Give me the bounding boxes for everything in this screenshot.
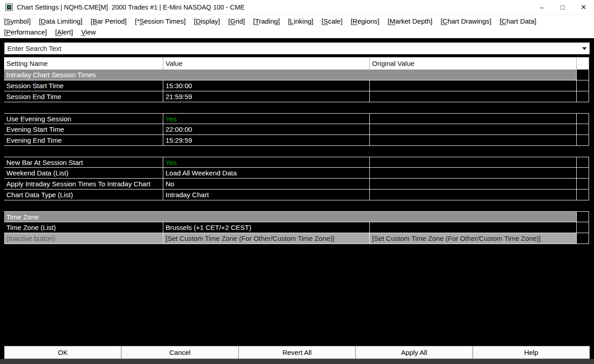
- settings-table: Setting Name Value Original Value Intrad…: [4, 57, 589, 244]
- column-header-value: Value: [163, 57, 370, 70]
- help-button[interactable]: Help: [473, 346, 589, 359]
- original-value-cell: [370, 135, 577, 146]
- window-controls: – □ ✕: [531, 0, 594, 14]
- menu-item-grid[interactable]: [Grid]: [228, 17, 245, 25]
- apply-all-button[interactable]: Apply All: [356, 346, 473, 359]
- original-value-cell: [370, 124, 577, 135]
- row-end-cell: [577, 80, 589, 91]
- setting-name-cell: Session Start Time: [4, 80, 163, 91]
- section-title: Intraday Chart Session Times: [4, 70, 577, 80]
- menu-row-1: [Symbol] [Data Limiting] [Bar Period] [*…: [0, 15, 594, 26]
- setting-value-cell[interactable]: 22:00:00: [163, 124, 370, 135]
- inactive-button-row-set-custom-time-zone: (Inactive button) [Set Custom Time Zone …: [4, 233, 589, 244]
- column-header-setting-name: Setting Name: [4, 57, 163, 70]
- setting-row-apply-intraday-session-times[interactable]: Apply Intraday Session Times To Intraday…: [4, 179, 589, 189]
- window-title: Chart Settings | NQH5.CME[M] 2000 Trades…: [17, 4, 245, 11]
- menu-item-alert[interactable]: [Alert]: [55, 28, 73, 36]
- setting-row-session-start-time[interactable]: Session Start Time 15:30:00: [4, 80, 589, 91]
- menu-item-bar-period[interactable]: [Bar Period]: [91, 17, 126, 25]
- spacer-row: [4, 102, 589, 113]
- setting-row-session-end-time[interactable]: Session End Time 21:59:59: [4, 91, 589, 102]
- column-header-end: [577, 57, 589, 70]
- spacer-row: [4, 200, 589, 211]
- menu-item-regions[interactable]: [Regions]: [351, 17, 379, 25]
- row-end-cell: [577, 70, 589, 80]
- setting-row-evening-end-time[interactable]: Evening End Time 15:29:59: [4, 135, 589, 146]
- setting-name-cell: Weekend Data (List): [4, 168, 163, 179]
- chart-settings-window: Chart Settings | NQH5.CME[M] 2000 Trades…: [0, 0, 594, 364]
- setting-row-new-bar-at-session-start[interactable]: New Bar At Session Start Yes: [4, 157, 589, 168]
- row-end-cell: [577, 113, 589, 124]
- menu-item-market-depth[interactable]: [Market Depth]: [388, 17, 432, 25]
- setting-name-cell: New Bar At Session Start: [4, 157, 163, 168]
- row-end-cell: [577, 189, 589, 200]
- row-end-cell: [577, 222, 589, 233]
- row-end-cell: [577, 233, 589, 244]
- original-value-cell: [370, 222, 577, 233]
- setting-value-cell[interactable]: Load All Weekend Data: [163, 168, 370, 179]
- menu-row-2: [Performance] [Alert] View: [0, 26, 594, 37]
- setting-row-time-zone[interactable]: Time Zone (List) Brussels (+1 CET/+2 CES…: [4, 222, 589, 233]
- section-row-time-zone: Time Zone: [4, 211, 589, 222]
- menu-item-view[interactable]: View: [81, 28, 96, 36]
- setting-name-cell: (Inactive button): [4, 233, 163, 244]
- original-value-cell: [370, 168, 577, 179]
- window-bottom-strip: [0, 359, 594, 364]
- setting-value-cell[interactable]: 15:29:59: [163, 135, 370, 146]
- original-value-cell: [370, 80, 577, 91]
- original-value-cell: [370, 179, 577, 189]
- setting-value-cell[interactable]: Yes: [163, 113, 370, 124]
- setting-name-cell: Chart Data Type (List): [4, 189, 163, 200]
- menu-item-session-times[interactable]: [*Session Times]: [135, 17, 186, 25]
- dialog-content: Setting Name Value Original Value Intrad…: [0, 38, 594, 346]
- row-end-cell: [577, 157, 589, 168]
- menu-item-scale[interactable]: [Scale]: [322, 17, 342, 25]
- menu-item-linking[interactable]: [Linking]: [288, 17, 313, 25]
- cancel-button[interactable]: Cancel: [121, 346, 238, 359]
- original-value-cell: [370, 189, 577, 200]
- original-value-cell: [370, 113, 577, 124]
- menu-item-display[interactable]: [Display]: [194, 17, 220, 25]
- original-value-cell: [370, 91, 577, 102]
- setting-value-cell[interactable]: No: [163, 179, 370, 189]
- window-titlebar: Chart Settings | NQH5.CME[M] 2000 Trades…: [0, 0, 594, 15]
- menu-item-data-limiting[interactable]: [Data Limiting]: [39, 17, 82, 25]
- setting-name-cell: Time Zone (List): [4, 222, 163, 233]
- row-end-cell: [577, 91, 589, 102]
- menu-item-chart-drawings[interactable]: [Chart Drawings]: [441, 17, 492, 25]
- setting-value-cell[interactable]: Yes: [163, 157, 370, 168]
- row-end-cell: [577, 211, 589, 222]
- setting-value-cell[interactable]: 15:30:00: [163, 80, 370, 91]
- section-title: Time Zone: [4, 211, 577, 222]
- ok-button[interactable]: OK: [5, 346, 121, 359]
- section-row-intraday-chart-session-times: Intraday Chart Session Times: [4, 70, 589, 80]
- setting-row-chart-data-type[interactable]: Chart Data Type (List) Intraday Chart: [4, 189, 589, 200]
- setting-name-cell: Evening Start Time: [4, 124, 163, 135]
- original-value-cell: [Set Custom Time Zone (For Other/Custom …: [370, 233, 577, 244]
- row-end-cell: [577, 168, 589, 179]
- setting-value-cell[interactable]: Brussels (+1 CET/+2 CEST): [163, 222, 370, 233]
- revert-all-button[interactable]: Revert All: [239, 346, 356, 359]
- maximize-button[interactable]: □: [552, 0, 573, 14]
- menu-item-symbol[interactable]: [Symbol]: [4, 17, 30, 25]
- menu-item-performance[interactable]: [Performance]: [4, 28, 47, 36]
- setting-name-cell: Apply Intraday Session Times To Intraday…: [4, 179, 163, 189]
- setting-name-cell: Use Evening Session: [4, 113, 163, 124]
- menu-item-chart-data[interactable]: [Chart Data]: [499, 17, 536, 25]
- dropdown-arrow-icon[interactable]: [579, 43, 589, 54]
- search-input[interactable]: [5, 43, 579, 54]
- setting-value-cell[interactable]: Intraday Chart: [163, 189, 370, 200]
- setting-row-use-evening-session[interactable]: Use Evening Session Yes: [4, 113, 589, 124]
- setting-row-weekend-data[interactable]: Weekend Data (List) Load All Weekend Dat…: [4, 168, 589, 179]
- menu-item-trading[interactable]: [Trading]: [253, 17, 280, 25]
- setting-name-cell: Evening End Time: [4, 135, 163, 146]
- minimize-button[interactable]: –: [531, 0, 552, 14]
- setting-name-cell: Session End Time: [4, 91, 163, 102]
- close-button[interactable]: ✕: [573, 0, 594, 14]
- table-header-row: Setting Name Value Original Value: [4, 57, 589, 70]
- menu-bar: [Symbol] [Data Limiting] [Bar Period] [*…: [0, 15, 594, 38]
- setting-value-cell[interactable]: 21:59:59: [163, 91, 370, 102]
- search-combobox[interactable]: [4, 42, 590, 55]
- dialog-button-bar: OK Cancel Revert All Apply All Help: [4, 346, 590, 359]
- setting-row-evening-start-time[interactable]: Evening Start Time 22:00:00: [4, 124, 589, 135]
